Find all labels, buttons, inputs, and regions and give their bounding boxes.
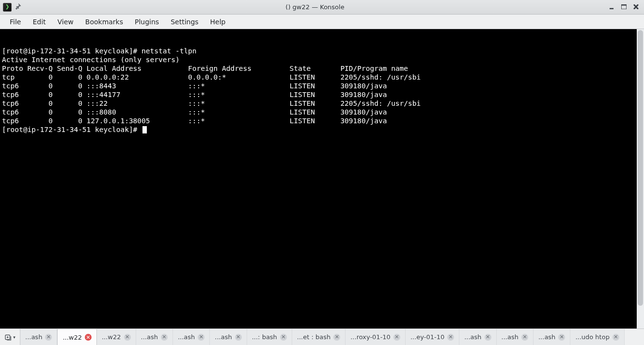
terminal-prompt: [root@ip-172-31-34-51 keycloak]#: [2, 47, 141, 55]
tab-close-icon[interactable]: ✕: [558, 334, 565, 341]
tab-label: ...ash: [215, 333, 232, 341]
session-tab[interactable]: ...w22✕: [97, 329, 136, 345]
terminal-output-row: tcp 0 0 0.0.0.0:22 0.0.0.0:* LISTEN 2205…: [2, 73, 421, 81]
tab-close-icon[interactable]: ✕: [161, 334, 168, 341]
tab-label: ...w22: [63, 334, 82, 341]
tab-label: ...roxy-01-10: [350, 333, 391, 341]
session-tab[interactable]: ...w22✕: [57, 329, 97, 345]
session-tab[interactable]: ...: bash✕: [247, 329, 292, 345]
menu-plugins[interactable]: Plugins: [129, 16, 165, 28]
session-tab[interactable]: ...ey-01-10✕: [406, 329, 459, 345]
tab-label: ...: bash: [252, 333, 277, 341]
close-window-button[interactable]: 🗙: [633, 3, 639, 11]
window-title: () gw22 — Konsole: [21, 3, 609, 11]
terminal-output-header: Proto Recv-Q Send-Q Local Address Foreig…: [2, 65, 408, 72]
menubar: File Edit View Bookmarks Plugins Setting…: [0, 15, 644, 29]
session-tab[interactable]: ...ash✕: [459, 329, 496, 345]
terminal-prompt: [root@ip-172-31-34-51 keycloak]#: [2, 126, 141, 133]
menu-view[interactable]: View: [52, 16, 79, 28]
tab-close-icon[interactable]: ✕: [447, 334, 454, 341]
tab-label: ...ash: [502, 333, 518, 341]
terminal-cursor: [142, 126, 147, 133]
minimize-button[interactable]: 🗕: [609, 3, 615, 11]
terminal-content[interactable]: [root@ip-172-31-34-51 keycloak]# netstat…: [0, 47, 644, 134]
terminal-viewport[interactable]: [root@ip-172-31-34-51 keycloak]# netstat…: [0, 29, 644, 329]
maximize-button[interactable]: 🗖: [621, 3, 627, 11]
session-tab[interactable]: ...udo htop✕: [570, 329, 625, 345]
session-tab[interactable]: ...roxy-01-10✕: [346, 329, 406, 345]
tab-close-icon[interactable]: ✕: [485, 334, 491, 341]
session-tab[interactable]: ...ash✕: [136, 329, 173, 345]
session-tab[interactable]: ...ash✕: [173, 329, 210, 345]
new-tab-button[interactable]: ▾: [0, 329, 20, 345]
tabbar: ▾ ...ash✕...w22✕...w22✕...ash✕...ash✕...…: [0, 329, 644, 345]
tab-close-icon[interactable]: ✕: [521, 334, 528, 341]
session-tab[interactable]: ...ash✕: [497, 329, 534, 345]
tab-close-icon[interactable]: ✕: [613, 334, 619, 341]
menu-file[interactable]: File: [4, 16, 27, 28]
session-tab[interactable]: ...et : bash✕: [292, 329, 346, 345]
menu-edit[interactable]: Edit: [27, 16, 51, 28]
tab-label: ...ash: [141, 333, 158, 341]
tab-label: ...et : bash: [297, 333, 330, 341]
tab-close-icon[interactable]: ✕: [124, 334, 131, 341]
session-tab[interactable]: ...ash✕: [210, 329, 247, 345]
tab-label: ...w22: [102, 333, 121, 341]
tab-label: ...udo htop: [575, 333, 610, 341]
menu-help[interactable]: Help: [204, 16, 232, 28]
terminal-command: netstat -tlpn: [141, 47, 197, 55]
tab-close-icon[interactable]: ✕: [235, 334, 242, 341]
tab-close-icon[interactable]: ✕: [280, 334, 287, 341]
chevron-down-icon: ▾: [13, 335, 16, 340]
tab-label: ...ash: [178, 333, 195, 341]
terminal-output-row: tcp6 0 0 :::8443 :::* LISTEN 309180/java: [2, 82, 387, 90]
menu-bookmarks[interactable]: Bookmarks: [79, 16, 129, 28]
tab-close-icon[interactable]: ✕: [393, 334, 400, 341]
tab-label: ...ash: [25, 333, 42, 341]
tab-label: ...ey-01-10: [410, 333, 444, 341]
window-titlebar: () gw22 — Konsole 🗕 🗖 🗙: [0, 0, 644, 15]
pin-icon[interactable]: [15, 3, 21, 11]
session-tab[interactable]: ...ash✕: [534, 329, 570, 345]
tab-close-icon[interactable]: ✕: [85, 334, 92, 341]
terminal-scrollbar[interactable]: [637, 29, 644, 329]
terminal-output-row: tcp6 0 0 :::44177 :::* LISTEN 309180/jav…: [2, 91, 387, 99]
terminal-output-row: tcp6 0 0 :::8080 :::* LISTEN 309180/java: [2, 108, 387, 116]
tab-label: ...ash: [464, 333, 481, 341]
tab-close-icon[interactable]: ✕: [45, 334, 52, 341]
tab-close-icon[interactable]: ✕: [333, 334, 340, 341]
terminal-output-line: Active Internet connections (only server…: [2, 56, 180, 64]
new-tab-icon: [4, 333, 12, 341]
terminal-output-row: tcp6 0 0 127.0.0.1:38005 :::* LISTEN 309…: [2, 117, 387, 125]
konsole-app-icon: [3, 3, 12, 12]
menu-settings[interactable]: Settings: [165, 16, 204, 28]
terminal-output-row: tcp6 0 0 :::22 :::* LISTEN 2205/sshd: /u…: [2, 99, 421, 107]
session-tab[interactable]: ...ash✕: [20, 329, 57, 345]
tab-close-icon[interactable]: ✕: [198, 334, 204, 341]
tab-label: ...ash: [538, 333, 555, 341]
scrollbar-thumb[interactable]: [638, 30, 643, 306]
